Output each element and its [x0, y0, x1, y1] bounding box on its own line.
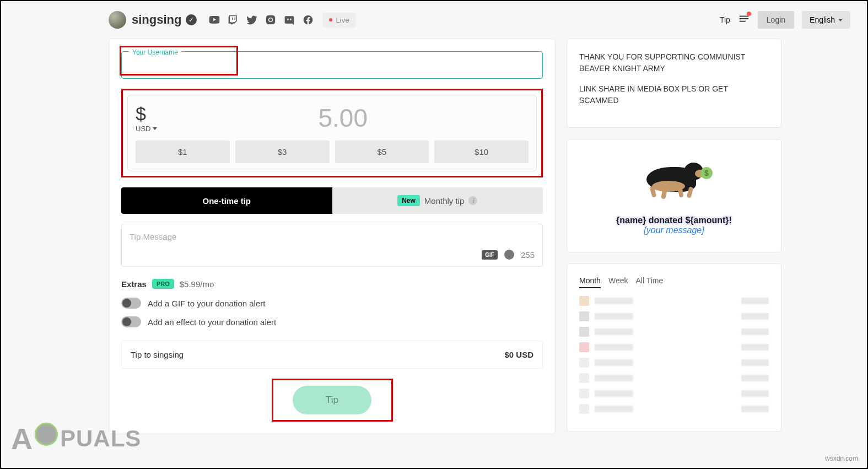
- summary-row: Tip to singsing $0 USD: [121, 341, 543, 369]
- twitch-icon[interactable]: [228, 14, 239, 25]
- tip-submit-button[interactable]: Tip: [293, 386, 371, 414]
- leaderboard-row: [579, 342, 769, 352]
- amount-input[interactable]: 5.00: [157, 103, 529, 133]
- leaderboard-row: [579, 404, 769, 414]
- header-bar: singsing ✓ Live Tip Login English: [1, 1, 867, 39]
- tab-monthly[interactable]: New Monthly tip i: [332, 187, 543, 214]
- currency-code-label: USD: [136, 125, 150, 133]
- pro-badge: PRO: [152, 279, 174, 289]
- live-button[interactable]: Live: [322, 13, 355, 28]
- streamer-avatar[interactable]: [109, 11, 126, 29]
- currency-symbol: $: [136, 103, 157, 125]
- amount-panel: $ USD 5.00 $1 $3 $5 $10: [127, 95, 537, 171]
- sidebar: THANK YOU FOR SUPPORTING COMMUNIST BEAVE…: [567, 39, 781, 434]
- extras-header: Extras PRO $5.99/mo: [121, 279, 543, 289]
- lb-tab-week[interactable]: Week: [608, 276, 628, 288]
- main-container: Your Username $ USD 5.00 $1 $3 $5 $10: [1, 39, 867, 434]
- tip-link[interactable]: Tip: [720, 15, 730, 24]
- info-icon[interactable]: i: [468, 196, 477, 205]
- notification-dot-icon: [747, 12, 751, 16]
- message-toolbar: GIF 255: [482, 250, 535, 260]
- alert-msg-line: {your message}: [579, 225, 769, 235]
- leaderboard-row: [579, 358, 769, 368]
- preset-3[interactable]: $3: [235, 141, 330, 163]
- tip-type-tabs: One-time tip New Monthly tip i: [121, 187, 543, 214]
- watermark-a: A: [11, 422, 33, 456]
- thankyou-line1: THANK YOU FOR SUPPORTING COMMUNIST BEAVE…: [579, 51, 769, 74]
- thankyou-line2: LINK SHARE IN MEDIA BOX PLS OR GET SCAMM…: [579, 83, 769, 106]
- tip-form-card: Your Username $ USD 5.00 $1 $3 $5 $10: [109, 39, 556, 434]
- facebook-icon[interactable]: [303, 14, 314, 25]
- username-input[interactable]: [121, 51, 543, 79]
- thankyou-card: THANK YOU FOR SUPPORTING COMMUNIST BEAVE…: [567, 39, 781, 128]
- username-section: Your Username: [121, 51, 543, 79]
- preset-10[interactable]: $10: [434, 141, 529, 163]
- watermark-logo: A PUALS: [11, 422, 141, 456]
- summary-label: Tip to singsing: [131, 350, 184, 359]
- preset-5[interactable]: $5: [335, 141, 429, 163]
- tab-onetime[interactable]: One-time tip: [121, 187, 332, 214]
- extras-price: $5.99/mo: [180, 279, 214, 289]
- gif-icon[interactable]: GIF: [482, 250, 498, 260]
- leaderboard-row: [579, 327, 769, 337]
- toggle-gif[interactable]: [121, 298, 141, 309]
- login-button[interactable]: Login: [758, 11, 794, 29]
- language-button[interactable]: English: [802, 11, 850, 29]
- leaderboard-row: [579, 373, 769, 383]
- chevron-down-icon: [153, 127, 157, 130]
- watermark-site: wsxdn.com: [825, 455, 858, 462]
- lb-tab-alltime[interactable]: All Time: [635, 276, 663, 288]
- tab-onetime-label: One-time tip: [202, 196, 251, 206]
- discord-icon[interactable]: [284, 14, 295, 25]
- alert-name-line: {name} donated ${amount}!: [579, 215, 769, 225]
- verified-icon: ✓: [186, 14, 197, 25]
- header-right: Tip Login English: [720, 11, 850, 29]
- leaderboard-row: [579, 311, 769, 321]
- live-label: Live: [336, 16, 349, 24]
- amount-section-highlight: $ USD 5.00 $1 $3 $5 $10: [121, 89, 543, 177]
- chevron-down-icon: [838, 19, 843, 21]
- leaderboard-row: [579, 296, 769, 306]
- social-icons-row: [209, 14, 314, 25]
- watermark-mascot-icon: [35, 423, 58, 446]
- char-count: 255: [521, 250, 535, 260]
- emoji-icon[interactable]: [504, 250, 514, 260]
- toggle-gif-label: Add a GIF to your donation alert: [148, 299, 265, 308]
- live-dot-icon: [329, 18, 332, 21]
- menu-icon[interactable]: [738, 13, 750, 27]
- currency-block: $ USD: [136, 103, 157, 133]
- message-textarea[interactable]: Tip Message GIF 255: [121, 224, 543, 267]
- preset-1[interactable]: $1: [136, 141, 230, 163]
- twitter-icon[interactable]: [246, 14, 257, 25]
- watermark-text: PUALS: [60, 425, 141, 452]
- streamer-name: singsing: [132, 13, 181, 27]
- alert-preview-card: $ {name} donated ${amount}! {your messag…: [567, 139, 781, 252]
- toggle-effect-row: Add an effect to your donation alert: [121, 316, 543, 327]
- toggle-effect[interactable]: [121, 316, 141, 327]
- new-badge: New: [397, 195, 420, 206]
- leaderboard-tabs: Month Week All Time: [579, 276, 769, 288]
- tip-button-highlight: Tip: [272, 379, 393, 422]
- extras-label: Extras: [121, 279, 147, 289]
- lb-tab-month[interactable]: Month: [579, 276, 601, 288]
- youtube-icon[interactable]: [209, 14, 220, 25]
- leaderboard-row: [579, 389, 769, 398]
- message-placeholder: Tip Message: [130, 232, 176, 241]
- donation-animation-icon: $: [641, 156, 707, 206]
- toggle-gif-row: Add a GIF to your donation alert: [121, 298, 543, 309]
- username-label: Your Username: [132, 48, 178, 56]
- instagram-icon[interactable]: [265, 14, 276, 25]
- tab-monthly-label: Monthly tip: [424, 196, 465, 206]
- summary-amount: $0 USD: [504, 350, 533, 359]
- language-label: English: [810, 15, 835, 24]
- currency-selector[interactable]: USD: [136, 125, 157, 133]
- toggle-effect-label: Add an effect to your donation alert: [148, 317, 276, 327]
- preset-row: $1 $3 $5 $10: [136, 141, 529, 163]
- leaderboard-card: Month Week All Time: [567, 263, 781, 432]
